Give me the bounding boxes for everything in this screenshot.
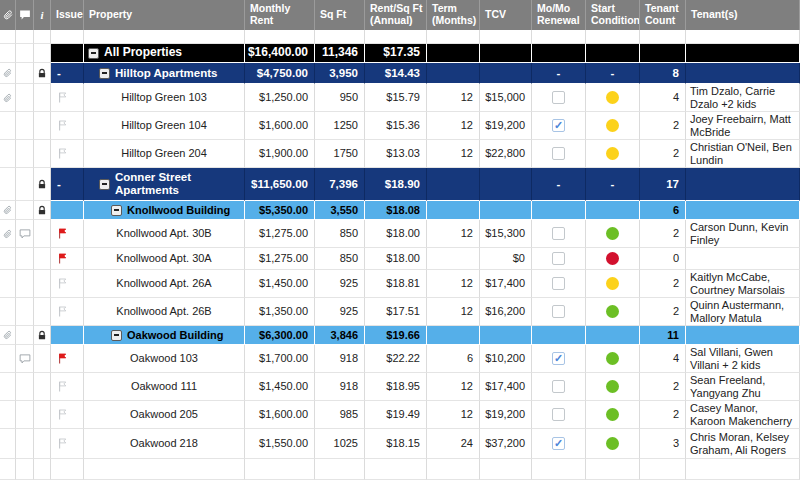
momo-renewal-cell[interactable]: - — [532, 168, 586, 201]
rent-per-sqft-cell[interactable]: $17.51 — [365, 298, 427, 326]
start-condition-cell[interactable] — [586, 326, 640, 345]
flag-icon[interactable] — [57, 380, 69, 393]
tcv-cell[interactable]: $17,400 — [480, 270, 532, 298]
info-column-header[interactable]: i — [34, 0, 51, 30]
issue-cell[interactable] — [51, 220, 84, 248]
tenant-count-cell[interactable]: 17 — [640, 168, 686, 201]
status-ball[interactable] — [606, 277, 619, 290]
comment-cell[interactable] — [16, 63, 34, 84]
start-condition-cell[interactable] — [586, 44, 640, 63]
monthly-rent-cell[interactable]: $1,900.00 — [245, 140, 315, 168]
sqft-cell[interactable]: 985 — [315, 401, 365, 429]
attachment-cell[interactable] — [0, 201, 16, 220]
comment-cell[interactable] — [16, 248, 34, 270]
term-cell[interactable]: 12 — [427, 140, 480, 168]
tenant-count-cell[interactable] — [640, 459, 686, 480]
monthly-rent-cell[interactable]: $5,350.00 — [245, 201, 315, 220]
momo-renewal-cell[interactable] — [532, 201, 586, 220]
row-info-cell[interactable] — [34, 63, 51, 84]
sqft-cell[interactable]: 7,396 — [315, 168, 365, 201]
row-info-cell[interactable] — [34, 248, 51, 270]
property-cell[interactable]: Knollwood Apt. 30A — [84, 248, 245, 270]
start-condition-cell[interactable] — [586, 429, 640, 459]
sqft-cell[interactable]: 950 — [315, 84, 365, 112]
tenants-cell[interactable] — [686, 326, 800, 345]
tcv-cell[interactable] — [480, 63, 532, 84]
attachment-cell[interactable] — [0, 220, 16, 248]
tcv-cell[interactable]: $19,200 — [480, 112, 532, 140]
tenants-cell[interactable] — [686, 44, 800, 63]
term-cell[interactable]: 6 — [427, 345, 480, 373]
attachment-cell[interactable] — [0, 112, 16, 140]
momo-renewal-cell[interactable]: ✓ — [532, 429, 586, 459]
comment-cell[interactable] — [16, 373, 34, 401]
term-cell[interactable]: 12 — [427, 112, 480, 140]
monthly-rent-cell[interactable]: $1,450.00 — [245, 270, 315, 298]
sqft-cell[interactable]: 850 — [315, 248, 365, 270]
tenant-count-cell[interactable]: 3 — [640, 429, 686, 459]
attachments-column-header[interactable] — [0, 0, 16, 30]
rent-per-sqft-cell[interactable]: $18.95 — [365, 373, 427, 401]
monthly-rent-cell[interactable]: $1,450.00 — [245, 373, 315, 401]
start-condition-cell[interactable] — [586, 201, 640, 220]
row-info-cell[interactable] — [34, 298, 51, 326]
start-condition-cell[interactable] — [586, 401, 640, 429]
tenant-count-cell[interactable]: 6 — [640, 201, 686, 220]
tcv-cell[interactable]: $22,800 — [480, 140, 532, 168]
monthly-rent-cell[interactable]: $16,400.00 — [245, 44, 315, 63]
tenant-count-cell[interactable]: 2 — [640, 140, 686, 168]
sqft-cell[interactable] — [315, 459, 365, 480]
momo-checkbox[interactable] — [552, 91, 565, 104]
status-ball[interactable] — [606, 91, 619, 104]
rent-per-sqft-cell[interactable]: $13.03 — [365, 140, 427, 168]
paperclip-icon[interactable] — [3, 67, 12, 79]
property-cell[interactable]: Knollwood Building — [84, 201, 245, 220]
flag-icon[interactable] — [57, 437, 69, 450]
sqft-cell[interactable]: 918 — [315, 345, 365, 373]
rent-per-sqft-cell[interactable] — [365, 30, 427, 44]
issue-cell[interactable] — [51, 112, 84, 140]
sqft-column-header[interactable]: Sq Ft — [315, 0, 365, 30]
momo-checkbox[interactable]: ✓ — [552, 437, 565, 450]
property-cell[interactable] — [84, 459, 245, 480]
start-condition-cell[interactable] — [586, 84, 640, 112]
momo-renewal-cell[interactable] — [532, 270, 586, 298]
sqft-cell[interactable]: 1250 — [315, 112, 365, 140]
comment-cell[interactable] — [16, 270, 34, 298]
momo-checkbox[interactable]: ✓ — [552, 352, 565, 365]
status-ball[interactable] — [606, 252, 619, 265]
sqft-cell[interactable] — [315, 30, 365, 44]
comments-column-header[interactable] — [16, 0, 34, 30]
momo-renewal-cell[interactable] — [532, 373, 586, 401]
flag-icon[interactable] — [57, 147, 69, 160]
tcv-cell[interactable]: $16,200 — [480, 298, 532, 326]
comment-cell[interactable] — [16, 30, 34, 44]
monthly-rent-cell[interactable]: $1,275.00 — [245, 248, 315, 270]
attachment-cell[interactable] — [0, 401, 16, 429]
rent-per-sqft-cell[interactable]: $18.90 — [365, 168, 427, 201]
momo-checkbox[interactable] — [552, 408, 565, 421]
momo-checkbox[interactable]: ✓ — [552, 119, 565, 132]
tcv-cell[interactable]: $0 — [480, 248, 532, 270]
attachment-cell[interactable] — [0, 248, 16, 270]
monthly-rent-cell[interactable]: $1,275.00 — [245, 220, 315, 248]
tcv-cell[interactable]: $15,300 — [480, 220, 532, 248]
row-info-cell[interactable] — [34, 44, 51, 63]
start-condition-cell[interactable] — [586, 373, 640, 401]
momo-renewal-cell[interactable] — [532, 44, 586, 63]
attachment-cell[interactable] — [0, 326, 16, 345]
issue-cell[interactable] — [51, 298, 84, 326]
row-info-cell[interactable] — [34, 201, 51, 220]
term-cell[interactable] — [427, 63, 480, 84]
flag-icon[interactable] — [57, 227, 69, 240]
tcv-cell[interactable]: $10,200 — [480, 345, 532, 373]
momo-renewal-cell[interactable]: ✓ — [532, 112, 586, 140]
momo-renewal-cell[interactable] — [532, 459, 586, 480]
attachment-cell[interactable] — [0, 140, 16, 168]
momo-checkbox[interactable] — [552, 305, 565, 318]
tenant-count-cell[interactable]: 2 — [640, 401, 686, 429]
rent-per-sqft-cell[interactable]: $15.36 — [365, 112, 427, 140]
rent-per-sqft-cell[interactable] — [365, 459, 427, 480]
momo-renewal-cell[interactable] — [532, 401, 586, 429]
tenant-count-cell[interactable] — [640, 44, 686, 63]
